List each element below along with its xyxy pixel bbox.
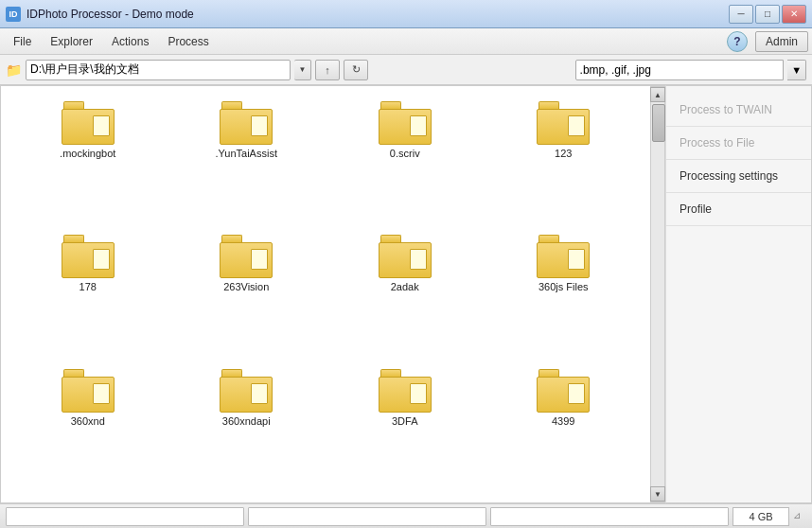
filter-input[interactable]: [575, 60, 785, 80]
folder-tab: [380, 369, 401, 377]
right-panel-item-processing-settings[interactable]: Processing settings: [666, 160, 811, 193]
folder-icon-shape: [379, 369, 432, 413]
scroll-thumb[interactable]: [652, 104, 665, 142]
folder-label: 360js Files: [538, 281, 589, 293]
folder-tab: [221, 369, 242, 377]
address-bar: 📁 ▼ ↑ ↻ ▼: [0, 55, 812, 85]
folder-label: .mockingbot: [60, 148, 115, 160]
folder-icon-shape: [62, 235, 115, 278]
folder-icon-shape: [220, 101, 273, 145]
folder-icon: 📁: [6, 62, 22, 78]
folder-tab: [538, 235, 559, 242]
main-area: .mockingbot .YunTaiAssist 0.scriv: [0, 85, 812, 503]
filter-dropdown-button[interactable]: ▼: [787, 60, 806, 80]
window-controls: ─ □ ✕: [729, 5, 806, 24]
folder-page: [251, 115, 268, 136]
folder-page: [251, 383, 268, 404]
folder-label: 0.scriv: [390, 148, 420, 160]
folder-icon-shape: [220, 369, 273, 413]
folder-page: [93, 249, 110, 270]
up-button[interactable]: ↑: [315, 60, 340, 80]
folder-tab: [380, 235, 401, 242]
folder-page: [410, 383, 427, 404]
folder-label: 360xnd: [71, 415, 105, 428]
refresh-button[interactable]: ↻: [344, 60, 368, 80]
scroll-up-button[interactable]: ▲: [650, 87, 665, 102]
menu-item-actions[interactable]: Actions: [102, 31, 158, 52]
file-browser: .mockingbot .YunTaiAssist 0.scriv: [0, 85, 665, 503]
folder-item[interactable]: 123: [486, 96, 642, 225]
folder-tab: [63, 235, 84, 242]
folder-label: 360xndapi: [222, 415, 271, 428]
status-section-2: [248, 507, 486, 526]
path-input[interactable]: [26, 60, 291, 80]
folder-item[interactable]: 4399: [486, 363, 642, 493]
help-button[interactable]: ?: [727, 31, 748, 52]
folder-body: [220, 242, 273, 278]
scroll-down-button[interactable]: ▼: [650, 486, 665, 502]
folder-item[interactable]: 360js Files: [486, 229, 642, 359]
status-size: 4 GB: [733, 507, 789, 526]
folder-page: [93, 383, 110, 404]
scrollbar: ▲ ▼: [650, 86, 665, 502]
folder-tab: [63, 101, 84, 109]
folder-item[interactable]: .mockingbot: [10, 96, 166, 225]
folder-item[interactable]: 0.scriv: [327, 96, 483, 225]
folder-body: [62, 377, 115, 413]
right-panel-item-process-twain: Process to TWAIN: [666, 94, 811, 127]
folder-icon-shape: [379, 101, 432, 145]
folder-tab: [221, 101, 242, 109]
folder-page: [251, 249, 268, 270]
folder-tab: [538, 369, 559, 377]
folder-body: [62, 109, 115, 145]
folder-body: [537, 377, 590, 413]
folder-icon-shape: [537, 369, 590, 413]
folder-label: 4399: [552, 415, 574, 428]
minimize-button[interactable]: ─: [729, 5, 753, 24]
folder-body: [62, 242, 115, 278]
folder-page: [568, 115, 585, 136]
resize-grip[interactable]: ⊿: [793, 510, 806, 523]
folder-item[interactable]: 263Vision: [169, 229, 325, 359]
maximize-button[interactable]: □: [755, 5, 780, 24]
folder-label: 123: [555, 148, 572, 160]
folder-item[interactable]: 178: [10, 229, 166, 359]
folder-tab: [221, 235, 242, 242]
folder-item[interactable]: 3DFA: [327, 363, 483, 493]
path-dropdown-button[interactable]: ▼: [294, 60, 311, 80]
folder-page: [568, 383, 585, 404]
filter-dropdown-label: ▼: [791, 64, 802, 76]
folder-label: 263Vision: [223, 281, 269, 293]
folder-item[interactable]: 2adak: [327, 229, 483, 359]
folder-tab: [538, 101, 559, 109]
right-panel-item-process-file: Process to File: [666, 127, 811, 160]
right-panel: Process to TWAINProcess to FileProcessin…: [665, 85, 812, 503]
title-text: IDPhoto Processor - Demo mode: [26, 8, 729, 21]
folder-icon-shape: [537, 235, 590, 278]
folder-label: 2adak: [391, 281, 419, 293]
status-bar: 4 GB ⊿: [0, 503, 812, 528]
menu-item-explorer[interactable]: Explorer: [41, 31, 102, 52]
scroll-track: [651, 102, 664, 486]
admin-button[interactable]: Admin: [755, 31, 808, 52]
folder-page: [93, 115, 110, 136]
folder-item[interactable]: .YunTaiAssist: [169, 96, 325, 225]
close-button[interactable]: ✕: [782, 5, 806, 24]
menu-item-process[interactable]: Process: [158, 31, 218, 52]
folder-label: 178: [79, 281, 97, 293]
title-bar: ID IDPhoto Processor - Demo mode ─ □ ✕: [0, 0, 812, 28]
folder-tab: [63, 369, 84, 377]
folder-item[interactable]: 360xndapi: [169, 363, 325, 493]
folder-icon-shape: [379, 235, 432, 278]
folder-body: [220, 109, 273, 145]
file-grid: .mockingbot .YunTaiAssist 0.scriv: [1, 86, 650, 502]
right-panel-item-profile[interactable]: Profile: [666, 193, 811, 226]
folder-body: [379, 377, 432, 413]
folder-icon-shape: [62, 369, 115, 413]
status-section-1: [6, 507, 244, 526]
app-icon: ID: [6, 7, 21, 22]
folder-item[interactable]: 360xnd: [10, 363, 166, 493]
menu-right: ? Admin: [727, 31, 808, 52]
menu-item-file[interactable]: File: [4, 31, 41, 52]
folder-label: 3DFA: [392, 415, 418, 428]
